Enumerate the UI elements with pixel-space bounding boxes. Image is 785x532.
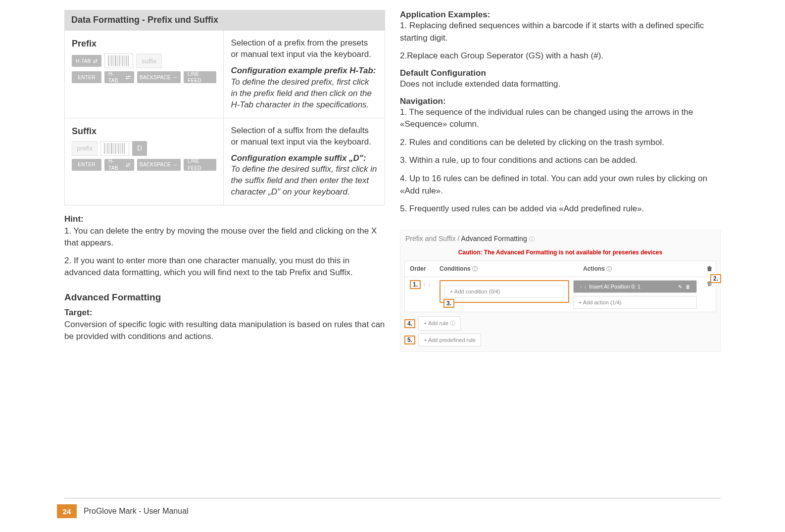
- trash-icon[interactable]: 🗑: [686, 284, 690, 290]
- help-icon[interactable]: ⓘ: [472, 266, 478, 272]
- d-chip: D: [132, 141, 147, 156]
- default-config-text: Does not include extended data formattin…: [400, 78, 721, 91]
- svg-rect-18: [115, 143, 116, 154]
- suffix-title: Suffix: [72, 125, 216, 137]
- chip-htab-2: H-TAB⇄: [104, 71, 134, 83]
- add-rule-button[interactable]: + Add rule ⓘ: [418, 316, 461, 331]
- prefix-suffix-table: Prefix H-TAB⇄ suffix ENTER H-TAB⇄ BACKSP…: [64, 30, 385, 205]
- marker-5: 5.: [404, 336, 415, 344]
- suffix-example-h: Configuration example suffix „D":: [231, 153, 378, 164]
- suffix-preview-row: prefix D: [72, 141, 216, 156]
- th-actions: Actions ⓘ: [578, 261, 702, 277]
- swap-icon: ⇄: [93, 57, 98, 65]
- nav-2: 2. Rules and conditions can be deleted b…: [400, 137, 721, 149]
- prefix-example-b: To define the desired prefix, first clic…: [231, 77, 378, 111]
- prefix-ghost: prefix: [72, 141, 98, 156]
- svg-rect-20: [118, 143, 119, 154]
- app-2: 2.Replace each Group Seperator (GS) with…: [400, 50, 721, 62]
- chip-enter: ENTER: [72, 159, 101, 171]
- down-arrow-icon[interactable]: ↓: [428, 281, 431, 288]
- svg-rect-5: [117, 55, 118, 66]
- prefix-example-h: Configuration example prefix H-Tab:: [231, 65, 378, 77]
- prefix-desc: Selection of a prefix from the presets o…: [231, 38, 378, 60]
- advanced-formatting-screenshot: Prefix and Suffix / Advanced Formatting …: [400, 230, 721, 352]
- svg-rect-19: [117, 143, 117, 154]
- nav-5: 5. Frequently used rules can be added vi…: [400, 203, 721, 215]
- chip-htab: H-TAB⇄: [72, 55, 101, 67]
- add-action-button[interactable]: + Add action (1/4): [573, 296, 697, 309]
- svg-rect-1: [110, 55, 110, 66]
- svg-rect-2: [111, 55, 112, 66]
- nav-1: 1. The sequence of the individual rules …: [400, 106, 721, 131]
- breadcrumb-prev[interactable]: Prefix and Suffix: [405, 235, 456, 242]
- svg-rect-14: [107, 143, 108, 154]
- barcode-icon: [104, 53, 133, 68]
- breadcrumb-sep: /: [458, 235, 460, 242]
- target-heading: Target:: [64, 308, 385, 318]
- barcode-icon: [100, 141, 129, 156]
- marker-1: 1.: [410, 280, 421, 289]
- th-order: Order: [405, 261, 435, 277]
- navigation-heading: Navigation:: [400, 97, 721, 106]
- nav-4: 4. Up to 16 rules can be defined in tota…: [400, 173, 721, 197]
- suffix-example-b: To define the desired suffix, first clic…: [231, 164, 378, 198]
- chip-backspace: BACKSPACE←: [137, 159, 181, 171]
- add-predefined-rule-button[interactable]: + Add predefined rule: [418, 334, 481, 346]
- hint-1: 1. You can delete the entry by moving th…: [64, 225, 385, 249]
- svg-rect-8: [122, 55, 123, 66]
- svg-rect-23: [124, 143, 125, 154]
- page-number: 24: [57, 504, 77, 518]
- up-arrow-icon[interactable]: ↑: [423, 281, 426, 288]
- chip-backspace: BACKSPACE←: [137, 71, 181, 83]
- svg-rect-21: [120, 143, 121, 154]
- chip-enter: ENTER: [72, 71, 101, 83]
- nav-3: 3. Within a rule, up to four conditions …: [400, 154, 721, 167]
- hint-2: 2. If you want to enter more than one ch…: [64, 255, 385, 279]
- up-arrow-icon: ↑: [580, 284, 582, 290]
- prefix-preview-row: H-TAB⇄ suffix: [72, 53, 216, 68]
- svg-rect-13: [106, 143, 106, 154]
- rules-table: Order Conditions ⓘ Actions ⓘ 🗑 1. 1. ↑ ↓: [404, 261, 716, 312]
- hint-heading: Hint:: [64, 214, 385, 224]
- chip-htab-3: H-TAB⇄: [104, 159, 134, 171]
- svg-rect-15: [109, 143, 110, 154]
- default-config-heading: Default Configuration: [400, 68, 721, 78]
- help-icon[interactable]: ⓘ: [606, 266, 612, 272]
- trash-icon: 🗑: [707, 265, 713, 272]
- add-condition-button[interactable]: + Add condition (0/4): [444, 285, 564, 298]
- swap-icon: ⇄: [126, 74, 130, 81]
- svg-rect-17: [113, 143, 114, 154]
- suffix-ghost: suffix: [136, 53, 162, 68]
- marker-4: 4.: [404, 319, 415, 328]
- insert-action[interactable]: ↑↓ Insert At Position 0: 1 ✎ 🗑: [573, 280, 697, 293]
- breadcrumb-current: Advanced Formatting: [461, 235, 527, 242]
- suffix-desc: Selection of a suffix from the defaults …: [231, 125, 378, 148]
- footer-title: ProGlove Mark - User Manual: [84, 507, 189, 516]
- swap-icon: ⇄: [126, 161, 130, 169]
- svg-rect-3: [113, 55, 114, 66]
- help-icon[interactable]: ⓘ: [450, 320, 455, 326]
- svg-rect-4: [115, 55, 116, 66]
- svg-rect-12: [104, 143, 105, 154]
- advanced-formatting-heading: Advanced Formatting: [64, 292, 385, 303]
- svg-rect-16: [111, 143, 112, 154]
- target-text: Conversion of specific logic with result…: [64, 319, 385, 342]
- prefix-title: Prefix: [72, 38, 216, 49]
- svg-rect-6: [119, 55, 120, 66]
- svg-rect-10: [126, 55, 127, 66]
- caution-text: Caution: The Advanced Formatting is not …: [400, 247, 720, 261]
- svg-rect-22: [122, 143, 123, 154]
- back-arrow-icon: ←: [173, 74, 178, 81]
- back-arrow-icon: ←: [173, 161, 178, 169]
- table-row: 1. 1. ↑ ↓ + Add condition (0/4) 3.: [405, 277, 716, 312]
- help-icon[interactable]: ⓘ: [529, 236, 535, 242]
- app-1: 1. Replacing defined sequences within a …: [400, 20, 721, 44]
- marker-3: 3.: [443, 299, 454, 308]
- chip-linefeed: LINE FEED: [184, 71, 216, 83]
- suffix-chips-row: ENTER H-TAB⇄ BACKSPACE← LINE FEED: [72, 159, 216, 171]
- svg-rect-7: [121, 55, 121, 66]
- marker-2: 2.: [710, 274, 721, 283]
- svg-rect-11: [128, 55, 129, 66]
- edit-icon[interactable]: ✎: [678, 284, 682, 290]
- page-footer: 24 ProGlove Mark - User Manual: [0, 498, 785, 518]
